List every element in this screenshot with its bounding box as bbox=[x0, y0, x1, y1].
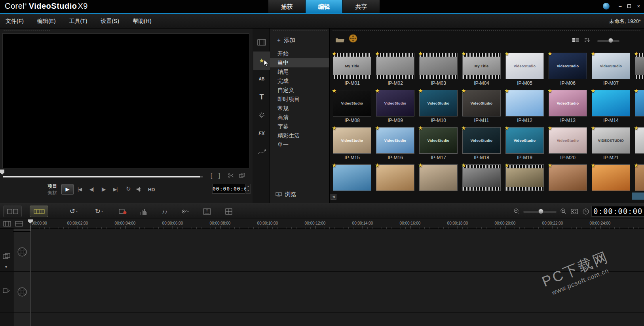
gallery-thumbnail[interactable]: VideoStudio★ bbox=[549, 127, 587, 154]
gallery-thumbnail[interactable]: ★ bbox=[419, 164, 458, 191]
motion-path-icon[interactable] bbox=[253, 143, 270, 161]
gallery-item-ip-m09[interactable]: VideoStudio★IP-M09 bbox=[374, 89, 417, 126]
gallery-item-ip-m14[interactable]: ★IP-M14 bbox=[589, 89, 633, 126]
ruler-ticks[interactable]: 00:00:0000:00:02:0000:00:04:0000:00:06:0… bbox=[30, 219, 644, 229]
gallery-corner-button[interactable] bbox=[632, 193, 644, 200]
category-item[interactable]: 精彩生活 bbox=[270, 131, 329, 140]
ruler-options-icon[interactable] bbox=[15, 221, 23, 227]
category-item[interactable]: 完成 bbox=[270, 76, 329, 86]
menu-item-help[interactable]: 帮助(H) bbox=[133, 18, 151, 25]
graphic-icon[interactable] bbox=[253, 106, 270, 124]
thumbnail-size-knob[interactable] bbox=[608, 38, 613, 43]
filter-icon[interactable]: FX bbox=[253, 124, 270, 143]
sort-button[interactable] bbox=[584, 37, 590, 43]
category-item[interactable]: 单一 bbox=[270, 140, 329, 149]
split-screen-template-icon[interactable] bbox=[222, 206, 236, 217]
gallery-thumbnail[interactable]: VideoStudio★ bbox=[462, 127, 501, 154]
project-mode-label[interactable]: 项目 bbox=[47, 183, 57, 190]
category-item[interactable]: 自定义 bbox=[270, 86, 329, 95]
gallery-thumbnail[interactable]: ★ bbox=[376, 53, 414, 79]
video-track-icon[interactable] bbox=[17, 247, 27, 257]
zoom-out-icon[interactable] bbox=[511, 206, 522, 217]
track-manager-icon[interactable] bbox=[3, 221, 11, 227]
scrub-marker[interactable] bbox=[0, 170, 4, 175]
gallery-thumbnail[interactable]: ★ bbox=[592, 164, 630, 191]
menu-item-edit[interactable]: 编辑(E) bbox=[37, 18, 56, 25]
redo-button[interactable]: ↻▾ bbox=[92, 206, 106, 217]
category-item[interactable]: 高清 bbox=[270, 113, 329, 122]
gallery-thumbnail[interactable]: VIDEOSTUDIO★ bbox=[592, 127, 630, 154]
gallery-item-ip-m10[interactable]: VideoStudio★IP-M10 bbox=[417, 89, 460, 126]
gallery-item-ip-m08[interactable]: VideoStudio★IP-M08 bbox=[331, 89, 374, 126]
gallery-item[interactable]: ★ bbox=[633, 163, 644, 193]
gallery-thumbnail[interactable]: ★ bbox=[549, 164, 587, 191]
gallery-thumbnail[interactable]: My Title★ bbox=[333, 53, 371, 79]
timeline-zoom-knob[interactable] bbox=[538, 209, 543, 214]
volume-icon[interactable] bbox=[136, 187, 142, 192]
gallery-thumbnail[interactable]: ★ bbox=[635, 164, 644, 191]
gallery-item[interactable]: ★ bbox=[460, 163, 503, 193]
split-clip-icon[interactable] bbox=[228, 173, 234, 178]
media-icon[interactable] bbox=[253, 33, 270, 51]
gallery-item-ip-m11[interactable]: VideoStudio★IP-M11 bbox=[460, 89, 503, 126]
enlarge-preview-icon[interactable] bbox=[239, 173, 245, 178]
play-button[interactable]: ▶ bbox=[61, 184, 74, 195]
gallery-item-ip-m12[interactable]: ★IP-M12 bbox=[503, 89, 546, 126]
gallery-thumbnail[interactable]: VideoStudio★ bbox=[419, 127, 458, 154]
tracks-collapse-chevron[interactable]: ▼ bbox=[4, 265, 8, 269]
mark-in-button[interactable]: [ bbox=[211, 172, 212, 179]
gallery-thumbnail[interactable]: VideoStudio★ bbox=[333, 127, 371, 154]
menu-item-file[interactable]: 文件(F) bbox=[6, 18, 24, 25]
gallery-thumbnail[interactable]: VideoStudio★ bbox=[419, 90, 458, 116]
gallery-item-ip-m19[interactable]: VideoStudio★IP-M19 bbox=[503, 126, 546, 163]
gallery-scroll-left-button[interactable]: ◀ bbox=[331, 194, 336, 200]
gallery-item-ip-m15[interactable]: VideoStudio★IP-M15 bbox=[331, 126, 374, 163]
overlay-track-icon[interactable] bbox=[17, 287, 27, 297]
gallery-item[interactable]: ★ bbox=[503, 163, 546, 193]
track-options-icon[interactable] bbox=[3, 253, 11, 259]
gallery-thumbnail[interactable]: ★ bbox=[505, 164, 544, 191]
timeline-view-button[interactable] bbox=[30, 206, 48, 217]
gallery-item[interactable]: ★ bbox=[417, 163, 460, 193]
gallery-thumbnail[interactable]: VideoStudio★ bbox=[592, 53, 630, 79]
film-reel-icon[interactable] bbox=[349, 34, 357, 43]
gallery-thumbnail[interactable]: VideoStudio★ bbox=[376, 90, 414, 116]
gallery-item-ip-m07[interactable]: VideoStudio★IP-M07 bbox=[589, 51, 633, 89]
gallery-thumbnail[interactable]: ★ bbox=[333, 164, 371, 191]
gallery-thumbnail[interactable]: VideoStudio★ bbox=[549, 90, 587, 116]
sound-mixer-icon[interactable] bbox=[137, 206, 151, 217]
repeat-button[interactable]: ↻ bbox=[126, 185, 131, 193]
category-item[interactable]: 字幕 bbox=[270, 122, 329, 131]
globe-icon[interactable] bbox=[603, 3, 610, 10]
gallery-item-ip-m21[interactable]: VIDEOSTUDIO★IP-M21 bbox=[589, 126, 633, 163]
zoom-in-icon[interactable] bbox=[558, 206, 568, 217]
gallery-item-ip-m02[interactable]: ★IP-M02 bbox=[374, 51, 417, 89]
gallery-thumbnail[interactable]: ★ bbox=[376, 164, 414, 191]
gallery-item[interactable]: ★ bbox=[633, 51, 644, 89]
subtitle-editor-icon[interactable]: T bbox=[200, 206, 214, 217]
gallery-thumbnail[interactable]: VideoStudio★ bbox=[333, 90, 371, 116]
stepper-down-icon[interactable]: ▼ bbox=[246, 189, 250, 193]
gallery-item-ip-m18[interactable]: VideoStudio★IP-M18 bbox=[460, 126, 503, 163]
tab-capture[interactable]: 捕获 bbox=[268, 0, 305, 13]
browse-button[interactable]: 浏览 bbox=[275, 191, 296, 198]
gallery-item[interactable]: ★ bbox=[331, 163, 374, 193]
next-frame-button[interactable]: |▶ bbox=[101, 187, 105, 192]
gallery-item-ip-m05[interactable]: VideoStudio★IP-M05 bbox=[503, 51, 546, 89]
ripple-edit-icon[interactable] bbox=[3, 288, 10, 294]
category-item[interactable]: 当中 bbox=[270, 58, 329, 67]
gallery-item[interactable]: ★ bbox=[546, 163, 589, 193]
mark-out-button[interactable]: ] bbox=[218, 172, 220, 179]
timecode-stepper[interactable]: ▲ ▼ bbox=[246, 184, 251, 194]
motion-tracking-icon[interactable] bbox=[178, 206, 192, 217]
clock-icon[interactable] bbox=[581, 206, 591, 217]
gallery-thumbnail[interactable]: ★ bbox=[592, 90, 630, 116]
gallery-item[interactable]: ★ bbox=[633, 126, 644, 163]
tab-share[interactable]: 共享 bbox=[343, 0, 380, 13]
gallery-thumbnail[interactable]: VideoStudio★ bbox=[462, 90, 501, 116]
auto-music-icon[interactable]: ♪♪ bbox=[158, 206, 172, 217]
menu-item-tools[interactable]: 工具(T) bbox=[69, 18, 87, 25]
gallery-item-ip-m16[interactable]: VideoStudio★IP-M16 bbox=[374, 126, 417, 163]
title-icon[interactable]: T bbox=[253, 88, 270, 106]
scrub-track[interactable] bbox=[3, 176, 200, 177]
